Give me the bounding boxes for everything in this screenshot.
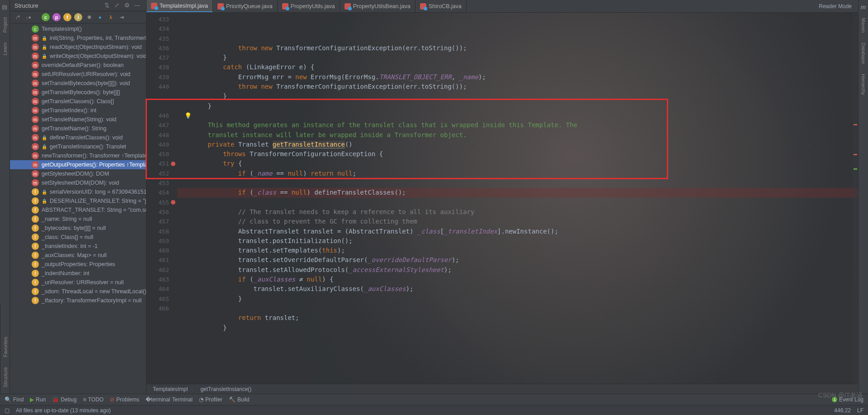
show-fields-icon[interactable]: f <box>63 13 71 21</box>
tree-item[interactable]: f_uriResolver: URIResolver = null <box>10 278 146 287</box>
code-line[interactable]: This method generates an instance of the… <box>177 120 858 130</box>
code-line[interactable]: ErrorMsg err = new ErrorMsg(ErrorMsg.TRA… <box>177 72 858 82</box>
code-line[interactable]: private Translet getTransletInstance() <box>177 140 858 149</box>
autoscroll-icon[interactable]: ⇥ <box>118 13 126 21</box>
filter-icon[interactable]: ⇅ <box>104 2 112 9</box>
code-line[interactable]: throws TransformerConfigurationException… <box>177 149 858 159</box>
code-line[interactable]: } <box>177 323 858 333</box>
show-classes-icon[interactable]: c <box>42 13 50 21</box>
editor-body[interactable]: 4334344354364374384394404464474484494504… <box>146 13 858 384</box>
code-line[interactable]: // The translet needs to keep a referenc… <box>177 207 858 217</box>
code-line[interactable]: } <box>177 101 858 111</box>
sort-az-icon[interactable]: ↓ᴬ <box>14 13 22 21</box>
tree-item[interactable]: mgetStylesheetDOM(): DOM <box>10 169 146 178</box>
vtab-database[interactable]: Database <box>860 40 867 67</box>
code-line[interactable] <box>177 333 858 342</box>
structure-tree[interactable]: cTemplatesImpl()m🔒init(String, Propertie… <box>10 24 146 394</box>
editor-tab[interactable]: PriorityQueue.java <box>213 0 278 12</box>
tree-item[interactable]: f_indentNumber: int <box>10 269 146 278</box>
tree-item[interactable]: f_transletIndex: int = -1 <box>10 242 146 251</box>
tree-item[interactable]: mgetTransletName(): String <box>10 124 146 133</box>
tree-item[interactable]: cTemplatesImpl() <box>10 24 146 33</box>
show-local-icon[interactable]: l <box>74 13 82 21</box>
tree-item[interactable]: f_tfactory: TransformerFactoryImpl = nul… <box>10 296 146 305</box>
project-icon[interactable]: ▤ <box>2 4 8 10</box>
editor-overview-ruler[interactable] <box>853 13 858 384</box>
gutter[interactable]: 4334344354364374384394404464474484494504… <box>146 13 177 384</box>
editor-tab[interactable]: PropertyUtils.java <box>278 0 340 12</box>
code-line[interactable] <box>177 178 858 188</box>
vtab-project[interactable]: Project <box>1 14 9 35</box>
line-ending[interactable]: LF <box>857 407 863 414</box>
find-tool[interactable]: 🔍Find <box>5 396 24 403</box>
show-lambda-icon[interactable]: ● <box>96 13 104 21</box>
tree-item[interactable]: f_sdom: ThreadLocal = new ThreadLocal() <box>10 287 146 296</box>
todo-tool[interactable]: ≡TODO <box>83 396 104 403</box>
show-anon-icon[interactable]: ✱ <box>85 13 93 21</box>
tree-item[interactable]: msetTransletBytecodes(byte[][]): void <box>10 79 146 88</box>
code-line[interactable]: if (_name == null) return null; <box>177 169 858 178</box>
tree-item[interactable]: msetTransletName(String): void <box>10 115 146 124</box>
code-line[interactable]: } <box>177 294 858 304</box>
vtab-structure[interactable]: Structure <box>2 364 9 390</box>
build-tool[interactable]: 🔨Build <box>229 396 250 403</box>
code-line[interactable]: AbstractTranslet translet = (AbstractTra… <box>177 227 858 236</box>
breadcrumb-item[interactable]: TemplatesImpl <box>153 386 188 392</box>
code-line[interactable]: // class to prevent the GC from collecti… <box>177 217 858 226</box>
editor-tab[interactable]: PropertyUtilsBean.java <box>340 0 415 12</box>
code-line[interactable] <box>177 304 858 313</box>
tree-item[interactable]: moverrideDefaultParser(): boolean <box>10 61 146 70</box>
vtab-maven[interactable]: Maven <box>860 15 867 35</box>
code-line[interactable]: translet.setAuxiliaryClasses(_auxClasses… <box>177 284 858 294</box>
tree-item[interactable]: m🔒readObject(ObjectInputStream): void <box>10 43 146 52</box>
tree-item[interactable]: f_outputProperties: Properties <box>10 260 146 269</box>
tree-item[interactable]: f🔒serialVersionUID: long = 6730943615192… <box>10 187 146 196</box>
code-line[interactable] <box>177 111 858 120</box>
gear-icon[interactable]: ⚙ <box>124 2 132 9</box>
editor-tab[interactable]: ShiroCB.java <box>415 0 467 12</box>
expand-icon[interactable]: ⤢ <box>114 2 122 9</box>
code-line[interactable]: throw new TransformerConfigurationExcept… <box>177 82 858 91</box>
code-line[interactable]: translet.postInitialization(); <box>177 236 858 246</box>
show-lambda2-icon[interactable]: λ <box>107 13 115 21</box>
caret-position[interactable]: 446:22 <box>834 407 851 414</box>
problems-tool[interactable]: ⊘Problems <box>110 396 139 403</box>
code-line[interactable] <box>177 198 858 207</box>
code-line[interactable]: throw new TransformerConfigurationExcept… <box>177 43 858 53</box>
code-area[interactable]: throw new TransformerConfigurationExcept… <box>177 13 858 384</box>
breakpoint-icon[interactable] <box>171 162 175 166</box>
tree-item[interactable]: msetStylesheetDOM(DOM): void <box>10 178 146 187</box>
tree-item[interactable]: msetURIResolver(URIResolver): void <box>10 70 146 79</box>
tree-item[interactable]: m🔒defineTransletClasses(): void <box>10 133 146 142</box>
terminal-tool[interactable]: �terminalTerminal <box>146 396 193 403</box>
tree-item[interactable]: mnewTransformer(): Transformer ↑Template… <box>10 151 146 160</box>
tree-item[interactable]: mgetTransletClasses(): Class[] <box>10 97 146 106</box>
show-packages-icon[interactable]: p <box>52 13 61 21</box>
code-line[interactable]: if (_class == null) defineTransletClasse… <box>177 188 858 197</box>
code-line[interactable]: translet.setOverrideDefaultParser(_overr… <box>177 255 858 265</box>
sort-vis-icon[interactable]: ↓● <box>24 13 33 21</box>
tree-item[interactable]: f_class: Class[] = null <box>10 233 146 242</box>
vtab-favorites[interactable]: Favorites <box>2 334 9 360</box>
editor-tab[interactable]: TemplatesImpl.java <box>146 0 213 12</box>
code-line[interactable]: translet.setTemplates(this); <box>177 246 858 255</box>
tree-item[interactable]: f_bytecodes: byte[][] = null <box>10 224 146 233</box>
tree-item[interactable]: m🔒getTransletInstance(): Translet <box>10 142 146 151</box>
debug-tool[interactable]: 🐞Debug <box>52 396 76 403</box>
tree-item[interactable]: mgetTransletIndex(): int <box>10 106 146 115</box>
reader-mode-toggle[interactable]: Reader Mode <box>812 3 858 10</box>
status-box-icon[interactable]: ▢ <box>5 407 9 414</box>
tree-item[interactable]: f🔒DESERIALIZE_TRANSLET: String = "jdk.xm… <box>10 196 146 205</box>
tree-item[interactable]: mgetTransletBytecodes(): byte[][] <box>10 88 146 97</box>
code-line[interactable]: try { <box>177 159 858 168</box>
code-line[interactable]: return translet; <box>177 313 858 323</box>
tree-item[interactable]: m🔒writeObject(ObjectOutputStream): void <box>10 52 146 61</box>
profiler-tool[interactable]: ◔Profiler <box>199 396 222 403</box>
code-line[interactable]: if (_auxClasses ≠ null) { <box>177 275 858 284</box>
event-log-tool[interactable]: 1Event Log <box>832 396 863 403</box>
vtab-hierarchy[interactable]: Hierarchy <box>860 71 867 98</box>
breadcrumb[interactable]: TemplatesImpl 〉 getTransletInstance() <box>146 384 858 394</box>
tree-item[interactable]: mgetOutputProperties(): Properties ↑Temp… <box>10 160 146 169</box>
code-line[interactable]: } <box>177 53 858 62</box>
breakpoint-icon[interactable] <box>171 200 175 205</box>
